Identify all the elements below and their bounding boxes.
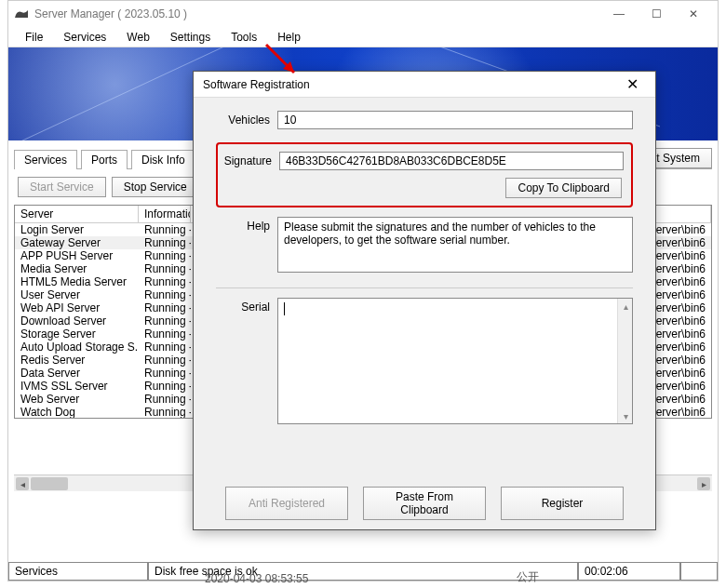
scroll-right-arrow[interactable]: ▸: [697, 477, 710, 490]
server-name-cell: Login Server: [15, 223, 139, 236]
server-info-cell: Running - F: [139, 275, 191, 288]
signature-field[interactable]: 46B33D56C42761BD8AB033C6DBCE8D5E: [279, 152, 624, 170]
menu-settings[interactable]: Settings: [161, 29, 220, 46]
paste-from-clipboard-button[interactable]: Paste From Clipboard: [363, 487, 486, 520]
server-name-cell: Download Server: [15, 314, 139, 327]
signature-highlight-group: Signature 46B33D56C42761BD8AB033C6DBCE8D…: [216, 142, 633, 207]
server-name-cell: HTML5 Media Server: [15, 275, 139, 288]
server-name-cell: User Server: [15, 288, 139, 301]
text-cursor: [284, 302, 285, 315]
registration-dialog: Software Registration ✕ Vehicles 10 Sign…: [193, 71, 656, 530]
vehicles-field[interactable]: 10: [277, 111, 633, 129]
serial-input[interactable]: ▴ ▾: [277, 298, 633, 424]
col-server-header[interactable]: Server: [15, 206, 139, 223]
background-cn-text: 公开: [517, 569, 539, 585]
copy-to-clipboard-button[interactable]: Copy To Clipboard: [505, 178, 622, 198]
register-button[interactable]: Register: [501, 487, 624, 520]
minimize-button[interactable]: —: [600, 2, 638, 26]
server-name-cell: IVMS SSL Server: [15, 380, 139, 393]
serial-label: Serial: [216, 298, 270, 314]
server-info-cell: Running - F: [139, 367, 191, 380]
server-info-cell: Running - F: [139, 380, 191, 393]
server-name-cell: Watch Dog: [15, 406, 139, 419]
scroll-left-arrow[interactable]: ◂: [16, 477, 29, 490]
vehicles-label: Vehicles: [216, 111, 270, 127]
server-info-cell: Running - F: [139, 327, 191, 341]
scroll-up-arrow[interactable]: ▴: [619, 300, 632, 313]
background-timestamp: 2020-04-03 08:53:55: [205, 572, 308, 585]
stop-service-button[interactable]: Stop Service: [112, 177, 199, 197]
menu-services[interactable]: Services: [54, 29, 115, 46]
statusbar: Services Disk free space is ok 00:02:06: [8, 562, 718, 581]
anti-registered-button[interactable]: Anti Registered: [225, 487, 348, 520]
start-service-button[interactable]: Start Service: [18, 177, 106, 197]
help-text: Please submit the signatures and the num…: [277, 217, 633, 273]
server-info-cell: Running - F: [139, 288, 191, 301]
server-info-cell: Running - F: [139, 236, 191, 249]
scroll-thumb[interactable]: [31, 477, 68, 490]
menu-file[interactable]: File: [16, 29, 52, 46]
signature-label: Signature: [218, 152, 272, 167]
menu-web[interactable]: Web: [117, 29, 158, 46]
status-time: 00:02:06: [578, 563, 680, 581]
col-info-header[interactable]: Information: [139, 206, 191, 223]
server-info-cell: Running - F: [139, 341, 191, 354]
scroll-down-arrow[interactable]: ▾: [619, 409, 632, 422]
close-button[interactable]: ✕: [675, 2, 712, 26]
server-name-cell: Redis Server: [15, 354, 139, 367]
maximize-button[interactable]: ☐: [638, 2, 675, 26]
tab-ports[interactable]: Ports: [81, 150, 128, 169]
server-name-cell: Gateway Server: [15, 236, 139, 249]
app-icon: [14, 8, 29, 20]
tab-services[interactable]: Services: [14, 150, 77, 169]
tab-disk-info[interactable]: Disk Info: [131, 150, 195, 169]
status-extra: [680, 563, 718, 581]
dialog-title: Software Registration: [203, 78, 310, 91]
window-title: Server Manager ( 2023.05.10 ): [34, 7, 187, 20]
server-name-cell: Data Server: [15, 367, 139, 380]
status-left: Services: [8, 563, 148, 581]
server-info-cell: Running - F: [139, 406, 191, 419]
server-info-cell: Running - F: [139, 301, 191, 314]
server-info-cell: Running - F: [139, 249, 191, 262]
server-name-cell: Media Server: [15, 262, 139, 275]
help-label: Help: [216, 217, 270, 233]
server-info-cell: Running - F: [139, 393, 191, 406]
dialog-titlebar: Software Registration ✕: [194, 72, 655, 98]
server-info-cell: Running - F: [139, 262, 191, 275]
menubar: File Services Web Settings Tools Help: [8, 27, 718, 47]
server-name-cell: APP PUSH Server: [15, 249, 139, 262]
menu-help[interactable]: Help: [268, 29, 310, 46]
serial-vscroll[interactable]: ▴ ▾: [617, 299, 632, 423]
server-info-cell: Running - F: [139, 223, 191, 236]
server-name-cell: Web Server: [15, 393, 139, 406]
menu-tools[interactable]: Tools: [222, 29, 266, 46]
server-info-cell: Running - F: [139, 314, 191, 327]
server-name-cell: Web API Server: [15, 301, 139, 314]
dialog-close-icon[interactable]: ✕: [618, 75, 646, 93]
server-name-cell: Storage Server: [15, 327, 139, 341]
separator: [216, 287, 633, 288]
titlebar: Server Manager ( 2023.05.10 ) — ☐ ✕: [8, 1, 718, 27]
server-name-cell: Auto Upload Storage S...: [15, 341, 139, 354]
server-info-cell: Running - F: [139, 354, 191, 367]
